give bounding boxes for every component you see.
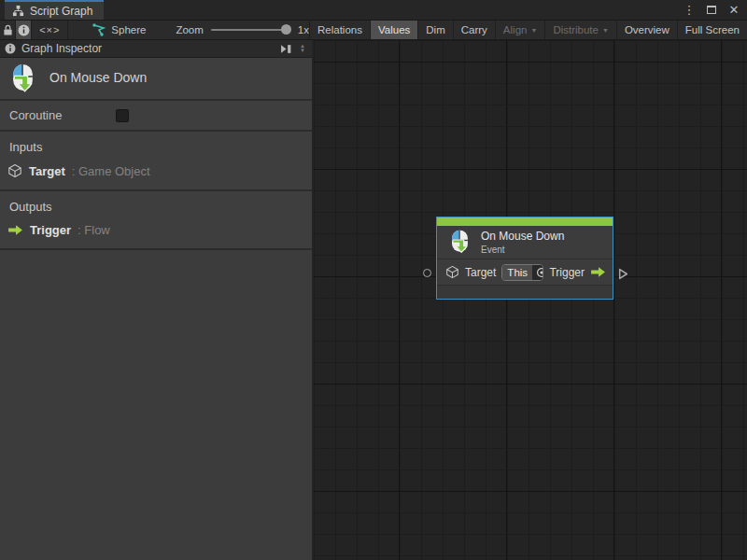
relations-button[interactable]: Relations xyxy=(309,21,371,39)
input-row-target: Target : Game Object xyxy=(0,161,312,180)
tab-label: Script Graph xyxy=(30,5,92,18)
output-name: Trigger xyxy=(30,223,71,237)
zoom-label: Zoom xyxy=(176,24,203,35)
graph-reference[interactable]: Sphere xyxy=(92,21,146,39)
input-type: : Game Object xyxy=(72,164,150,178)
graph-inspector-header: Graph Inspector ▲ ▼ xyxy=(0,40,312,58)
object-picker-icon[interactable] xyxy=(532,265,543,280)
chevron-down-icon: ▼ xyxy=(530,27,537,34)
node-titles: On Mouse Down Event xyxy=(481,230,564,255)
panel-scroll-spinner[interactable]: ▲ ▼ xyxy=(298,44,307,53)
values-button[interactable]: Values xyxy=(371,21,418,39)
on-mouse-down-icon xyxy=(7,63,38,94)
lock-icon xyxy=(3,24,13,36)
node-header: On Mouse Down Event xyxy=(437,226,613,259)
trigger-port-label: Trigger xyxy=(549,266,585,279)
unit-title: On Mouse Down xyxy=(49,70,147,85)
target-value: This xyxy=(502,265,532,280)
dock-panel-icon[interactable] xyxy=(280,44,292,54)
info-icon xyxy=(5,43,16,54)
info-icon xyxy=(18,24,30,36)
relations-label: Relations xyxy=(317,24,362,35)
node-title: On Mouse Down xyxy=(481,230,564,243)
maximize-glyph xyxy=(707,6,716,14)
coroutine-label: Coroutine xyxy=(9,108,62,122)
node-ports-row: Target This Trigger xyxy=(437,259,613,285)
inputs-section: Inputs Target : Game Object xyxy=(0,132,312,191)
coroutine-row: Coroutine xyxy=(0,101,312,132)
inspector-empty-area xyxy=(0,250,312,560)
target-port-label: Target xyxy=(465,266,496,279)
align-button[interactable]: Align ▼ xyxy=(496,21,546,39)
zoom-slider[interactable] xyxy=(211,29,291,31)
spinner-down-icon[interactable]: ▼ xyxy=(300,49,305,53)
dim-label: Dim xyxy=(426,24,444,35)
flow-output-port[interactable] xyxy=(618,268,628,280)
target-value-field[interactable]: This xyxy=(501,264,543,281)
unit-header-section: On Mouse Down xyxy=(0,58,312,101)
close-icon[interactable]: ✕ xyxy=(725,1,743,20)
cube-icon xyxy=(7,163,22,178)
distribute-label: Distribute xyxy=(553,24,599,35)
code-view-button[interactable]: <×> xyxy=(32,21,68,39)
zoom-value: 1x xyxy=(298,24,309,35)
chevron-down-icon: ▼ xyxy=(602,27,609,34)
full-screen-label: Full Screen xyxy=(685,24,740,35)
panel-title: Graph Inspector xyxy=(21,42,102,55)
graph-toolbar: <×> Sphere Zoom 1x Relations Values Dim xyxy=(0,20,747,40)
toolbar-buttons: Relations Values Dim Carry Align ▼ Distr… xyxy=(309,21,747,39)
outputs-section: Outputs Trigger : Flow xyxy=(0,191,312,250)
outputs-header: Outputs xyxy=(0,198,312,221)
on-mouse-down-icon xyxy=(447,230,472,255)
carry-label: Carry xyxy=(461,24,487,35)
on-mouse-down-node[interactable]: On Mouse Down Event Target This xyxy=(436,217,613,300)
menu-icon[interactable]: ⋮ xyxy=(680,1,698,20)
input-name: Target xyxy=(29,164,65,178)
graph-inspector-panel: Graph Inspector ▲ ▼ On Mouse Down Corout xyxy=(0,40,313,560)
graph-object-name: Sphere xyxy=(111,24,146,35)
overview-label: Overview xyxy=(625,24,669,35)
align-label: Align xyxy=(503,24,528,35)
inspector-toggle-button[interactable] xyxy=(16,21,32,39)
zoom-slider-handle[interactable] xyxy=(281,24,291,35)
code-icon: <×> xyxy=(39,24,60,35)
values-label: Values xyxy=(378,24,410,35)
value-input-port[interactable] xyxy=(423,269,431,277)
tab-strip: Script Graph ⋮ ✕ xyxy=(0,0,747,20)
event-color-bar xyxy=(437,217,613,226)
zoom-control: Zoom 1x xyxy=(176,21,309,39)
window-controls: ⋮ ✕ xyxy=(680,0,743,20)
lock-button[interactable] xyxy=(0,21,16,39)
hierarchy-icon xyxy=(12,5,24,17)
cube-icon xyxy=(445,265,459,279)
full-screen-button[interactable]: Full Screen xyxy=(678,21,747,39)
inputs-header: Inputs xyxy=(0,138,312,161)
coroutine-checkbox[interactable] xyxy=(116,109,129,122)
graph-canvas[interactable]: On Mouse Down Event Target This xyxy=(314,40,747,560)
output-type: : Flow xyxy=(78,223,110,237)
node-footer xyxy=(437,285,613,299)
node-subtitle: Event xyxy=(481,245,564,255)
output-row-trigger: Trigger : Flow xyxy=(0,221,312,239)
carry-button[interactable]: Carry xyxy=(454,21,496,39)
flow-arrow-icon xyxy=(590,266,606,278)
flow-arrow-icon xyxy=(7,224,23,236)
script-graph-icon xyxy=(92,23,106,36)
overview-button[interactable]: Overview xyxy=(617,21,678,39)
dim-button[interactable]: Dim xyxy=(418,21,453,39)
tab-script-graph[interactable]: Script Graph xyxy=(5,0,104,20)
distribute-button[interactable]: Distribute ▼ xyxy=(545,21,617,39)
maximize-icon[interactable] xyxy=(702,1,721,20)
